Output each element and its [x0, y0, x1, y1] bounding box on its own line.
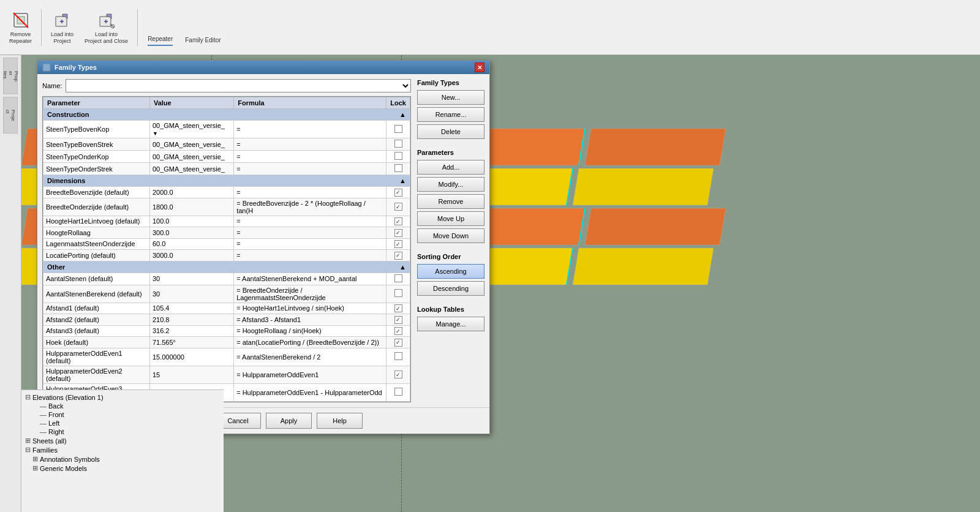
param-value-cell[interactable]: 15.000000	[149, 348, 233, 366]
lock-checkbox[interactable]	[394, 140, 402, 148]
param-formula-cell[interactable]: = AantalStenenBerekend + MOD_aantal	[234, 273, 386, 285]
collapse-Construction-arrow[interactable]: ▲	[399, 111, 406, 118]
load-into-project-close-button[interactable]: Load into Project and Close	[80, 6, 132, 49]
tree-item[interactable]: ⊞ Sheets (all)	[24, 436, 221, 445]
tree-item[interactable]: — Right	[24, 427, 221, 436]
move-down-button[interactable]: Move Down	[417, 228, 484, 243]
ascending-button[interactable]: Ascending	[417, 264, 484, 279]
param-formula-cell[interactable]: = HulpparameterOddEven1	[234, 366, 386, 383]
param-value-cell[interactable]: 60.0	[149, 238, 233, 250]
tree-item[interactable]: ⊞ Generic Models	[24, 464, 221, 473]
param-value-cell[interactable]: 00_GMA_steen_versie_	[149, 163, 233, 175]
param-formula-cell[interactable]: =	[234, 216, 386, 227]
move-up-button[interactable]: Move Up	[417, 211, 484, 226]
collapse-Other-arrow[interactable]: ▲	[399, 263, 406, 271]
param-value-cell[interactable]: 00_GMA_steen_versie_ ▼	[149, 121, 233, 138]
param-value-cell[interactable]: 2000.0	[149, 187, 233, 198]
param-value-cell[interactable]: 71.565°	[149, 337, 233, 348]
param-formula-cell[interactable]: = BreedteOnderzijde / LagenmaatstSteenOn…	[234, 285, 386, 303]
param-formula-cell[interactable]: =	[234, 250, 386, 262]
name-select[interactable]	[66, 79, 411, 92]
tree-item[interactable]: — Left	[24, 419, 221, 427]
param-value-cell[interactable]: 3000.0	[149, 250, 233, 262]
param-formula-cell[interactable]: = BreedteBovenzijde - 2 * (HoogteRollaag…	[234, 198, 386, 216]
manage-button[interactable]: Manage...	[417, 317, 484, 331]
param-name-cell: AantalStenen (default)	[43, 273, 150, 285]
param-formula-cell[interactable]: = HulpparameterOddEven1 - HulpparameterO…	[234, 383, 386, 401]
lock-checkbox[interactable]	[394, 164, 402, 172]
param-value-cell[interactable]: 105.4	[149, 303, 233, 314]
lock-checkbox[interactable]	[394, 125, 402, 133]
param-formula-cell[interactable]: =	[234, 138, 386, 151]
table-row: Afstand1 (default) 105.4 = HoogteHart1eL…	[43, 303, 410, 314]
new-button[interactable]: New...	[417, 90, 484, 105]
lock-checkbox[interactable]	[394, 217, 402, 225]
param-value-cell[interactable]: 300.0	[149, 227, 233, 239]
param-lock-cell	[386, 366, 410, 383]
lock-checkbox[interactable]	[394, 240, 402, 248]
lock-checkbox[interactable]	[394, 316, 402, 324]
param-formula-cell[interactable]: = HoogteRollaag / sin(Hoek)	[234, 325, 386, 337]
modify-button[interactable]: Modify...	[417, 177, 484, 192]
lock-checkbox[interactable]	[394, 327, 402, 335]
right-divider-3	[417, 298, 484, 303]
tree-item[interactable]: — Back	[24, 402, 221, 410]
project-browser-panel[interactable]: ⊟ Elevations (Elevation 1)— Back— Front—…	[21, 390, 224, 512]
param-value-cell[interactable]: 00_GMA_steen_versie_	[149, 151, 233, 163]
properties-tab[interactable]: Properties	[3, 58, 18, 94]
param-formula-cell[interactable]: = atan(LocatiePorting / (BreedteBovenzij…	[234, 337, 386, 348]
lock-checkbox[interactable]	[394, 304, 402, 312]
tree-item[interactable]: ⊟ Elevations (Elevation 1)	[24, 393, 221, 402]
rename-button[interactable]: Rename...	[417, 107, 484, 122]
table-row: Afstand2 (default) 210.8 = Afstand3 - Af…	[43, 314, 410, 326]
param-formula-cell[interactable]: =	[234, 163, 386, 175]
lock-checkbox[interactable]	[394, 203, 402, 211]
param-value-cell[interactable]: 100.0	[149, 216, 233, 227]
lock-checkbox[interactable]	[394, 339, 402, 347]
descending-button[interactable]: Descending	[417, 281, 484, 296]
dialog-right-panel: Family Types New... Rename... Delete Par…	[417, 79, 484, 402]
table-row: SteenTypeOnderKop 00_GMA_steen_versie_ =	[43, 151, 410, 163]
param-formula-cell[interactable]: = HulpparameterOddEven3 = 0	[234, 401, 386, 402]
tree-item[interactable]: ⊟ Families	[24, 445, 221, 454]
param-formula-cell[interactable]: =	[234, 151, 386, 163]
param-value-cell[interactable]: 1800.0	[149, 198, 233, 216]
param-table-container[interactable]: Parameter Value Formula Lock Constructio…	[42, 96, 411, 402]
param-lock-cell	[386, 337, 410, 348]
tree-item[interactable]: — Front	[24, 410, 221, 419]
add-button[interactable]: Add...	[417, 160, 484, 175]
lock-checkbox[interactable]	[394, 252, 402, 260]
param-formula-cell[interactable]: =	[234, 187, 386, 198]
lock-checkbox[interactable]	[394, 274, 402, 282]
param-formula-cell[interactable]: = Afstand3 - Afstand1	[234, 314, 386, 326]
apply-button[interactable]: Apply	[266, 413, 312, 429]
remove-repeater-button[interactable]: Remove Repeater	[5, 6, 36, 49]
remove-button[interactable]: Remove	[417, 194, 484, 209]
lock-checkbox[interactable]	[394, 371, 402, 378]
collapse-Dimensions-arrow[interactable]: ▲	[399, 177, 406, 184]
tree-item[interactable]: ⊞ Annotation Symbols	[24, 454, 221, 464]
param-formula-cell[interactable]: =	[234, 227, 386, 239]
param-value-cell[interactable]: 30	[149, 285, 233, 303]
project-browser-tab[interactable]: Project	[3, 97, 18, 134]
lock-checkbox[interactable]	[394, 189, 402, 197]
lock-checkbox[interactable]	[394, 229, 402, 237]
lock-checkbox[interactable]	[394, 289, 402, 297]
lock-checkbox[interactable]	[394, 352, 402, 360]
param-formula-cell[interactable]: =	[234, 238, 386, 250]
param-value-cell[interactable]: 210.8	[149, 314, 233, 326]
dialog-close-button[interactable]: ✕	[475, 62, 484, 72]
lock-checkbox[interactable]	[394, 388, 402, 396]
param-value-cell[interactable]: 15	[149, 366, 233, 383]
load-into-project-close-label: Load into Project and Close	[85, 31, 128, 45]
param-formula-cell[interactable]: = HoogteHart1eLintvoeg / sin(Hoek)	[234, 303, 386, 314]
param-formula-cell[interactable]: = AantalStenenBerekend / 2	[234, 348, 386, 366]
help-button[interactable]: Help	[317, 413, 363, 429]
param-value-cell[interactable]: 00_GMA_steen_versie_	[149, 138, 233, 151]
param-value-cell[interactable]: 316.2	[149, 325, 233, 337]
lock-checkbox[interactable]	[394, 152, 402, 160]
delete-button[interactable]: Delete	[417, 124, 484, 139]
param-value-cell[interactable]: 30	[149, 273, 233, 285]
param-formula-cell[interactable]: =	[234, 121, 386, 138]
load-into-project-button[interactable]: Load into Project	[47, 6, 78, 49]
